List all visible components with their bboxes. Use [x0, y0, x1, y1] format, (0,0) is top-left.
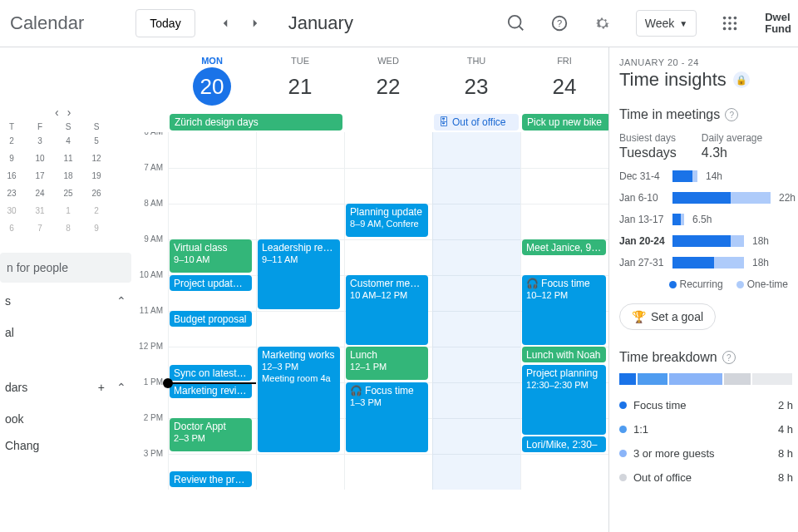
- meeting-bar-row[interactable]: Dec 31-414h: [619, 170, 798, 182]
- day-header[interactable]: TUE21: [256, 47, 344, 111]
- minical-day[interactable]: 23: [0, 185, 23, 201]
- event-customer[interactable]: Customer meetin10 AM–12 PM: [346, 275, 428, 345]
- event-doctor[interactable]: Doctor Appt2–3 PM: [170, 418, 252, 451]
- event-lunch[interactable]: Lunch12–1 PM: [346, 347, 428, 380]
- svg-text:?: ?: [557, 18, 562, 28]
- app-header: Calendar Today January ? Week ▼ Dwel Fun…: [0, 0, 798, 47]
- mini-calendar[interactable]: TFSS234591011121617181923242526303112678…: [0, 54, 131, 243]
- event-focus-fri[interactable]: 🎧Focus time10–12 PM: [522, 275, 606, 345]
- event-project-planning[interactable]: Project planning12:30–2:30 PM: [522, 365, 606, 435]
- allday-event-pickup[interactable]: Pick up new bike: [522, 114, 608, 131]
- today-button[interactable]: Today: [135, 9, 195, 37]
- sidebar-item-al[interactable]: al: [0, 319, 131, 346]
- day-header[interactable]: MON20: [168, 47, 256, 111]
- allday-event-ooo[interactable]: 🗄Out of office: [434, 114, 519, 131]
- time-label: 3 PM: [131, 449, 168, 485]
- day-header[interactable]: FRI24: [520, 47, 608, 111]
- event-review-proposal[interactable]: Review the propo: [170, 471, 252, 487]
- event-lunch-noah[interactable]: Lunch with Noah: [522, 347, 606, 362]
- event-budget[interactable]: Budget proposal: [170, 311, 252, 327]
- now-indicator: [168, 382, 256, 384]
- breakdown-item[interactable]: 1:14 h: [619, 417, 798, 441]
- svg-point-7: [734, 22, 737, 25]
- minical-day[interactable]: 1: [57, 203, 80, 219]
- add-calendar-button[interactable]: +: [98, 381, 105, 394]
- sidebar-item-ook[interactable]: ook: [0, 406, 131, 432]
- minical-day[interactable]: 9: [85, 220, 108, 236]
- minical-day[interactable]: 2: [85, 203, 108, 219]
- meeting-bar-row[interactable]: Jan 20-2418h: [619, 235, 798, 247]
- event-leadership[interactable]: Leadership revie9–11 AM: [258, 239, 340, 309]
- view-selector[interactable]: Week ▼: [636, 10, 697, 37]
- time-label: 9 AM: [131, 234, 168, 270]
- time-grid[interactable]: 6 AM7 AM8 AM9 AM10 AM11 AM12 PM1 PM2 PM3…: [131, 132, 608, 532]
- help-icon: ?: [550, 14, 569, 32]
- event-sync[interactable]: Sync on latest de: [170, 365, 252, 381]
- time-label: 7 AM: [131, 163, 168, 199]
- next-week-button[interactable]: [242, 10, 268, 37]
- event-virtual-class[interactable]: Virtual class9–10 AM: [170, 239, 252, 273]
- event-meet-janice[interactable]: Meet Janice, 9–1: [522, 239, 606, 255]
- breakdown-item[interactable]: Out of office8 h: [619, 466, 798, 490]
- prev-week-button[interactable]: [212, 10, 239, 37]
- help-icon[interactable]: ?: [725, 108, 738, 121]
- bar-legend: Recurring One-time: [619, 278, 798, 290]
- minical-day[interactable]: 31: [28, 203, 52, 219]
- headphones-icon: 🎧: [526, 278, 539, 290]
- settings-button[interactable]: [586, 7, 619, 40]
- minical-day[interactable]: 19: [85, 168, 108, 184]
- set-goal-button[interactable]: 🏆 Set a goal: [619, 303, 716, 330]
- minical-next[interactable]: ›: [67, 106, 71, 119]
- lock-icon[interactable]: 🔒: [733, 71, 750, 88]
- minical-day[interactable]: 25: [57, 185, 80, 201]
- minical-day[interactable]: 2: [0, 133, 23, 149]
- minical-prev[interactable]: ‹: [55, 106, 59, 119]
- search-people-input[interactable]: n for people: [0, 253, 131, 283]
- minical-day[interactable]: 7: [28, 220, 52, 236]
- minical-day[interactable]: 30: [0, 203, 23, 219]
- minical-day[interactable]: 17: [28, 168, 52, 184]
- meeting-bar-row[interactable]: Jan 27-3118h: [619, 257, 798, 268]
- allday-event-zurich[interactable]: Zürich design days: [170, 114, 342, 131]
- minical-day[interactable]: 9: [0, 150, 23, 166]
- minical-day[interactable]: 5: [85, 133, 108, 149]
- minical-day[interactable]: 6: [0, 220, 23, 236]
- event-marketing-review[interactable]: Marketing review: [170, 382, 252, 398]
- minical-day[interactable]: 18: [57, 168, 80, 184]
- search-button[interactable]: [500, 7, 533, 40]
- sidebar-item-chang[interactable]: Chang: [0, 432, 131, 459]
- sidebar-section-s[interactable]: s⌃: [0, 283, 131, 319]
- minical-day[interactable]: 12: [85, 150, 108, 166]
- chevron-up-icon: ⌃: [116, 381, 126, 394]
- minical-day[interactable]: 8: [57, 220, 80, 236]
- event-planning[interactable]: Planning update8–9 AM, Confere: [346, 204, 428, 237]
- day-header[interactable]: THU23: [432, 47, 520, 111]
- minical-day[interactable]: 10: [28, 150, 52, 166]
- minical-day[interactable]: 24: [28, 185, 52, 201]
- breakdown-bar: [619, 373, 798, 385]
- meetings-section-title: Time in meetings ?: [619, 107, 798, 122]
- day-header[interactable]: WED22: [344, 47, 432, 111]
- meeting-bar-row[interactable]: Jan 6-1022h: [619, 192, 798, 204]
- minical-day[interactable]: 4: [57, 133, 80, 149]
- apps-button[interactable]: [713, 7, 746, 40]
- help-button[interactable]: ?: [543, 7, 576, 40]
- minical-day[interactable]: 11: [57, 150, 80, 166]
- svg-point-10: [734, 27, 737, 31]
- chevron-left-icon: [218, 16, 233, 31]
- breakdown-item[interactable]: Focus time2 h: [619, 393, 798, 417]
- help-icon[interactable]: ?: [722, 351, 736, 364]
- minical-day[interactable]: 3: [28, 133, 52, 149]
- event-focus-wed[interactable]: 🎧Focus time1–3 PM: [346, 382, 428, 452]
- event-mkt-workshop[interactable]: Marketing works12–3 PMMeeting room 4a: [258, 347, 340, 452]
- event-lori-mike[interactable]: Lori/Mike, 2:30–: [522, 436, 606, 452]
- time-label: 10 AM: [131, 270, 168, 306]
- breakdown-item[interactable]: 3 or more guests8 h: [619, 441, 798, 466]
- meeting-bar-row[interactable]: Jan 13-176.5h: [619, 214, 798, 225]
- minical-day[interactable]: 16: [0, 168, 23, 184]
- sidebar-section-calendars[interactable]: dars +⌃: [0, 369, 131, 406]
- minical-day[interactable]: 26: [85, 185, 108, 201]
- time-label: 12 PM: [131, 342, 168, 377]
- time-label: 2 PM: [131, 413, 168, 449]
- event-project-update[interactable]: Project update, 1: [170, 275, 252, 291]
